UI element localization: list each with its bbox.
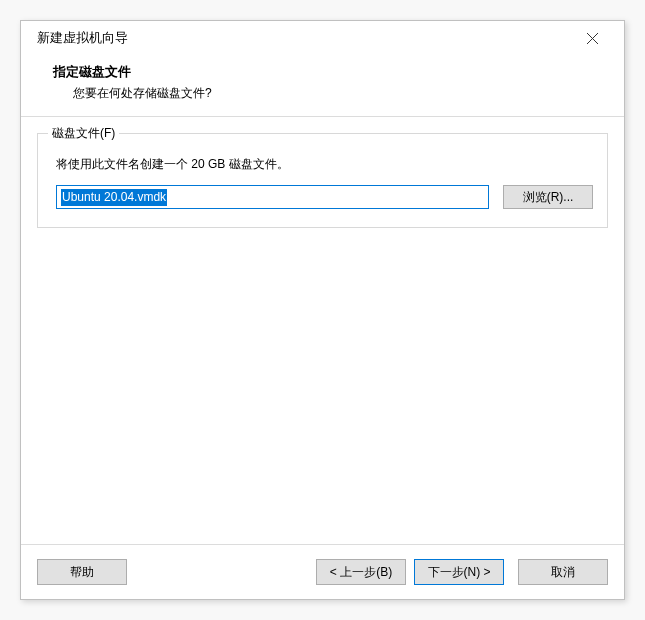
help-button[interactable]: 帮助 bbox=[37, 559, 127, 585]
page-heading: 指定磁盘文件 bbox=[53, 63, 608, 81]
page-subheading: 您要在何处存储磁盘文件? bbox=[53, 85, 608, 102]
disk-file-group: 磁盘文件(F) 将使用此文件名创建一个 20 GB 磁盘文件。 Ubuntu 2… bbox=[37, 133, 608, 228]
back-button[interactable]: < 上一步(B) bbox=[316, 559, 406, 585]
group-label: 磁盘文件(F) bbox=[48, 125, 119, 142]
titlebar: 新建虚拟机向导 bbox=[21, 21, 624, 55]
browse-button[interactable]: 浏览(R)... bbox=[503, 185, 593, 209]
file-row: Ubuntu 20.04.vmdk 浏览(R)... bbox=[52, 185, 593, 209]
disk-file-input[interactable]: Ubuntu 20.04.vmdk bbox=[56, 185, 489, 209]
group-description: 将使用此文件名创建一个 20 GB 磁盘文件。 bbox=[52, 156, 593, 173]
close-icon bbox=[587, 33, 598, 44]
wizard-footer: 帮助 < 上一步(B) 下一步(N) > 取消 bbox=[21, 544, 624, 599]
wizard-header: 指定磁盘文件 您要在何处存储磁盘文件? bbox=[21, 55, 624, 117]
wizard-dialog: 新建虚拟机向导 指定磁盘文件 您要在何处存储磁盘文件? 磁盘文件(F) 将使用此… bbox=[20, 20, 625, 600]
next-button[interactable]: 下一步(N) > bbox=[414, 559, 504, 585]
window-title: 新建虚拟机向导 bbox=[37, 29, 572, 47]
cancel-button[interactable]: 取消 bbox=[518, 559, 608, 585]
close-button[interactable] bbox=[572, 23, 612, 53]
disk-file-value: Ubuntu 20.04.vmdk bbox=[61, 189, 167, 206]
wizard-content: 磁盘文件(F) 将使用此文件名创建一个 20 GB 磁盘文件。 Ubuntu 2… bbox=[21, 117, 624, 544]
